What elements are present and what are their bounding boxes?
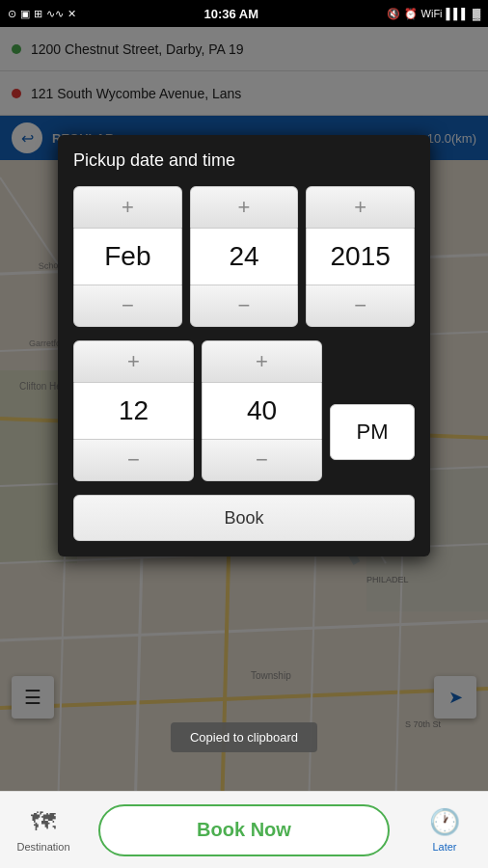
year-value: 2015 xyxy=(306,229,415,285)
modal-book-button[interactable]: Book xyxy=(73,495,415,541)
toast-message: Copied to clipboard xyxy=(190,730,298,745)
datetime-modal: Pickup date and time + Feb − + 24 − + 20… xyxy=(58,135,430,556)
notification-icon: ✕ xyxy=(68,8,76,20)
gps-icon: ⊙ xyxy=(8,8,16,20)
book-now-button[interactable]: Book Now xyxy=(98,804,390,856)
later-nav-label: Later xyxy=(432,841,456,853)
alarm-icon: ⏰ xyxy=(404,8,418,20)
date-spinner-row: + Feb − + 24 − + 2015 − xyxy=(73,186,415,327)
image-icon: ▣ xyxy=(20,8,30,20)
day-value: 24 xyxy=(190,229,299,285)
month-spinner: + Feb − xyxy=(73,186,182,327)
status-icons-right: 🔇 ⏰ WiFi ▌▌▌ ▓ xyxy=(387,8,480,20)
later-nav-item[interactable]: 🕐 Later xyxy=(401,792,488,868)
minute-decrement[interactable]: − xyxy=(202,439,322,481)
month-decrement[interactable]: − xyxy=(73,285,182,327)
hour-increment[interactable]: + xyxy=(73,340,194,383)
ampm-value: PM xyxy=(357,420,389,445)
day-increment[interactable]: + xyxy=(190,186,299,229)
time-spinner-row: + 12 − + 40 − PM xyxy=(73,340,415,481)
later-nav-icon: 🕐 xyxy=(429,807,460,837)
status-icons-left: ⊙ ▣ ⊞ ∿∿ ✕ xyxy=(8,8,76,20)
month-increment[interactable]: + xyxy=(73,186,182,229)
minute-spinner: + 40 − xyxy=(202,340,322,481)
status-bar: ⊙ ▣ ⊞ ∿∿ ✕ 10:36 AM 🔇 ⏰ WiFi ▌▌▌ ▓ xyxy=(0,0,488,27)
book-now-label: Book Now xyxy=(197,819,291,841)
year-spinner: + 2015 − xyxy=(306,186,415,327)
destination-nav-item[interactable]: 🗺 Destination xyxy=(0,792,87,868)
voicemail-icon: ∿∿ xyxy=(46,8,64,20)
minute-value: 40 xyxy=(202,383,322,439)
signal-icon: ▌▌▌ xyxy=(447,8,469,19)
hour-value: 12 xyxy=(73,383,194,439)
clock: 10:36 AM xyxy=(203,7,258,21)
destination-nav-label: Destination xyxy=(16,841,69,853)
day-spinner: + 24 − xyxy=(190,186,299,327)
battery-icon: ▓ xyxy=(473,8,480,19)
destination-nav-icon: 🗺 xyxy=(31,807,56,837)
ampm-button[interactable]: PM xyxy=(330,404,415,460)
modal-title: Pickup date and time xyxy=(73,150,415,171)
mute-icon: 🔇 xyxy=(387,8,400,20)
year-decrement[interactable]: − xyxy=(306,285,415,327)
day-decrement[interactable]: − xyxy=(190,285,299,327)
hour-decrement[interactable]: − xyxy=(73,439,194,481)
bottom-nav: 🗺 Destination Book Now 🕐 Later xyxy=(0,791,488,868)
hour-spinner: + 12 − xyxy=(73,340,194,481)
month-value: Feb xyxy=(73,229,182,285)
year-increment[interactable]: + xyxy=(306,186,415,229)
modal-book-label: Book xyxy=(224,508,263,529)
wifi-icon: WiFi xyxy=(421,8,443,19)
bbm-icon: ⊞ xyxy=(34,8,42,20)
minute-increment[interactable]: + xyxy=(202,340,322,383)
clipboard-toast: Copied to clipboard xyxy=(171,722,317,752)
